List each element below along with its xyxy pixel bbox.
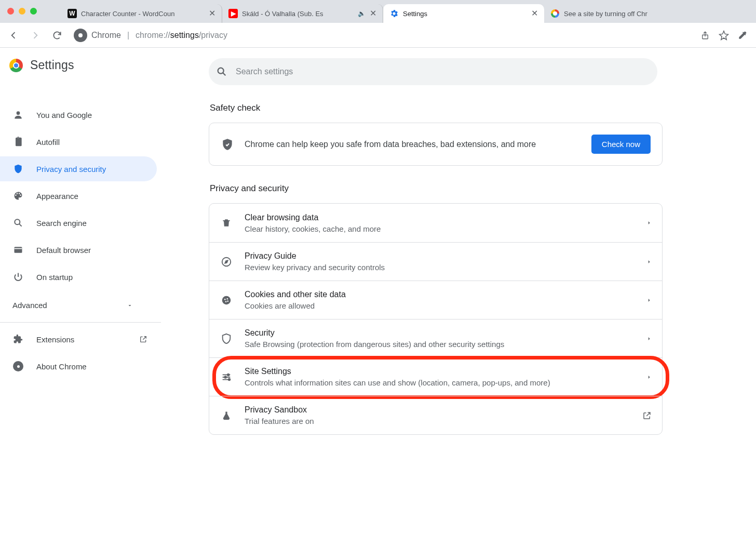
chevron-right-icon	[646, 258, 652, 266]
sidebar-divider	[0, 322, 161, 323]
minimize-window-button[interactable]	[19, 8, 25, 15]
row-title: Privacy Sandbox	[245, 405, 631, 415]
sidebar-item-label: Search engine	[36, 219, 87, 228]
chevron-right-icon	[646, 219, 652, 227]
settings-search-input[interactable]	[235, 66, 650, 77]
reload-button[interactable]	[48, 26, 66, 45]
shield-check-icon	[221, 138, 234, 151]
settings-search[interactable]	[209, 58, 657, 85]
url-text: chrome://settings/privacy	[136, 31, 227, 40]
power-icon	[12, 272, 24, 282]
svg-point-10	[225, 301, 227, 302]
chrome-grey-icon	[12, 361, 24, 371]
audio-indicator-icon[interactable]: 🔈	[358, 10, 366, 17]
close-tab-icon[interactable]: ✕	[531, 9, 538, 18]
chevron-right-icon	[646, 296, 652, 304]
row-subtitle: Trial features are on	[245, 417, 631, 425]
sidebar-item-you-and-google[interactable]: You and Google	[0, 102, 157, 127]
row-site-settings[interactable]: Site Settings Controls what information …	[209, 357, 662, 396]
search-icon	[216, 66, 227, 77]
row-privacy-guide[interactable]: Privacy Guide Review key privacy and sec…	[209, 242, 662, 281]
browser-tab-google[interactable]: See a site by turning off Chr	[544, 4, 672, 23]
sidebar-item-search-engine[interactable]: Search engine	[0, 210, 157, 235]
check-now-button[interactable]: Check now	[591, 135, 651, 154]
maximize-window-button[interactable]	[30, 8, 37, 15]
svg-point-1	[17, 111, 20, 115]
row-title: Clear browsing data	[245, 213, 635, 222]
shield-outline-icon	[220, 333, 233, 344]
youtube-favicon: ▶	[228, 9, 238, 18]
row-privacy-sandbox[interactable]: Privacy Sandbox Trial features are on	[209, 396, 662, 434]
chrome-logo-icon	[9, 59, 23, 72]
google-favicon	[550, 9, 560, 18]
privacy-list-card: Clear browsing data Clear history, cooki…	[209, 203, 663, 435]
sidebar-item-privacy-security[interactable]: Privacy and security	[0, 156, 157, 181]
sidebar-item-on-startup[interactable]: On startup	[0, 264, 157, 289]
close-tab-icon[interactable]: ✕	[370, 9, 376, 18]
svg-point-12	[227, 374, 230, 376]
sidebar-item-extensions[interactable]: Extensions	[0, 327, 157, 352]
address-bar[interactable]: Chrome | chrome://settings/privacy	[70, 26, 693, 45]
share-button[interactable]	[696, 26, 714, 45]
browser-tabstrip: W Character Counter - WordCoun ✕ ▶ Skáld…	[0, 0, 756, 23]
page-header: Settings	[0, 48, 162, 77]
svg-point-5	[218, 68, 224, 74]
row-cookies[interactable]: Cookies and other site data Cookies are …	[209, 281, 662, 319]
safety-check-card: Chrome can help keep you safe from data …	[209, 123, 663, 166]
row-title: Site Settings	[245, 367, 635, 376]
row-title: Privacy Guide	[245, 251, 635, 261]
tab-title: See a site by turning off Chr	[564, 10, 666, 18]
external-link-icon	[642, 411, 652, 420]
tab-title: Character Counter - WordCoun	[81, 10, 205, 18]
browser-icon	[12, 245, 24, 255]
svg-point-8	[224, 298, 226, 300]
browser-tab-wordcounter[interactable]: W Character Counter - WordCoun ✕	[61, 4, 222, 23]
bookmark-button[interactable]	[714, 26, 733, 45]
sidebar-advanced-toggle[interactable]: Advanced	[0, 291, 145, 315]
palette-icon	[12, 191, 24, 201]
browser-toolbar: Chrome | chrome://settings/privacy	[0, 23, 756, 48]
sidebar-item-default-browser[interactable]: Default browser	[0, 237, 157, 262]
site-label: Chrome	[91, 31, 121, 40]
row-clear-browsing-data[interactable]: Clear browsing data Clear history, cooki…	[209, 204, 662, 242]
close-tab-icon[interactable]: ✕	[209, 9, 215, 18]
row-title: Cookies and other site data	[245, 290, 635, 299]
svg-point-13	[224, 376, 226, 378]
chrome-identity-icon	[74, 29, 87, 42]
settings-sidebar: Settings You and Google Autofill Privacy…	[0, 48, 162, 546]
sidebar-item-autofill[interactable]: Autofill	[0, 129, 157, 154]
sidebar-item-label: Privacy and security	[36, 165, 106, 174]
advanced-label: Advanced	[12, 301, 47, 310]
sidebar-item-label: On startup	[36, 273, 73, 282]
row-subtitle: Review key privacy and security controls	[245, 263, 635, 272]
chevron-down-icon	[127, 302, 133, 309]
close-window-button[interactable]	[7, 8, 14, 15]
browser-tab-youtube[interactable]: ▶ Skáld - Ó Valhalla (Sub. Es 🔈 ✕	[222, 4, 383, 23]
section-title-privacy: Privacy and security	[210, 183, 663, 194]
page-title: Settings	[30, 58, 74, 72]
browser-tab-settings[interactable]: Settings ✕	[383, 4, 544, 23]
sidebar-item-label: About Chrome	[36, 362, 87, 371]
row-title: Security	[245, 328, 635, 338]
flask-icon	[220, 410, 233, 421]
site-identity[interactable]: Chrome	[74, 29, 121, 42]
eyedropper-button[interactable]	[733, 26, 752, 45]
window-controls	[7, 8, 37, 15]
trash-icon	[220, 218, 233, 228]
wordcounter-favicon: W	[68, 9, 77, 18]
sidebar-item-label: You and Google	[36, 111, 92, 119]
forward-button[interactable]	[26, 26, 45, 45]
sidebar-item-about-chrome[interactable]: About Chrome	[0, 354, 157, 379]
svg-point-14	[228, 378, 231, 380]
sidebar-item-appearance[interactable]: Appearance	[0, 183, 157, 208]
safety-check-text: Chrome can help keep you safe from data …	[245, 140, 581, 149]
back-button[interactable]	[4, 26, 23, 45]
settings-content: Safety check Chrome can help keep you sa…	[162, 48, 756, 546]
section-title-safety: Safety check	[210, 103, 663, 113]
extension-icon	[12, 334, 24, 344]
external-link-icon	[139, 335, 147, 343]
cookie-icon	[220, 295, 233, 306]
row-security[interactable]: Security Safe Browsing (protection from …	[209, 319, 662, 357]
sidebar-item-label: Autofill	[36, 138, 60, 147]
row-subtitle: Cookies are allowed	[245, 301, 635, 310]
